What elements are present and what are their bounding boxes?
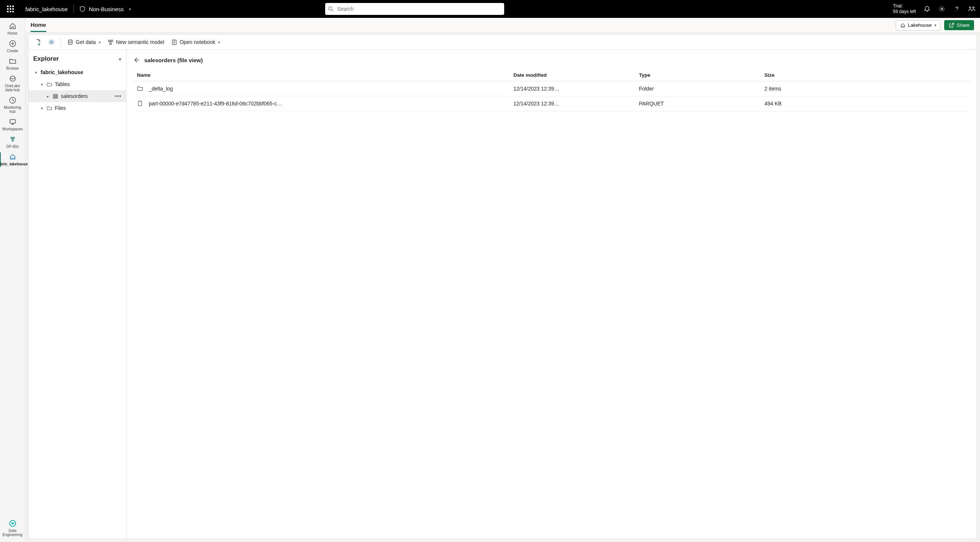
svg-point-14 [11,137,12,139]
svg-rect-20 [108,40,110,41]
open-notebook-label: Open notebook [180,39,216,45]
col-name-header[interactable]: Name [133,69,510,81]
search-container [325,3,504,15]
rail-browse[interactable]: Browse [2,55,24,73]
rail-label: DP-60x [6,144,19,149]
app-launcher-button[interactable] [5,3,16,15]
svg-point-9 [10,76,15,81]
file-date: 12/14/2023 12:39… [510,81,635,97]
tree-files[interactable]: ▾ Files [29,102,126,114]
trial-status: Trial: 59 days left [893,3,916,14]
lakehouse-icon [9,153,16,160]
rail-monitoring[interactable]: Monitoring hub [2,94,24,116]
tree-tables[interactable]: ▾ Tables [29,78,126,90]
new-semantic-model-label: New semantic model [116,39,164,45]
svg-line-1 [331,10,333,11]
rail-label: Browse [6,66,19,70]
notifications-icon[interactable] [923,5,931,13]
content-split: Explorer « ▾ fabric_lakehouse ▾ [28,50,977,539]
rail-onelake[interactable]: OneLake data hub [2,73,24,94]
settings-icon[interactable] [938,5,946,13]
collapse-panel-icon[interactable]: « [119,56,122,62]
notebook-icon [171,39,178,46]
chevron-down-icon: ▾ [218,40,220,44]
file-date: 12/14/2023 12:39… [510,96,635,111]
lakehouse-small-icon [900,22,906,28]
file-size: 2 items [761,81,970,97]
database-icon [67,39,73,46]
body: Home Create Browse OneLake data hub Moni… [0,18,980,542]
new-item-button[interactable] [32,37,44,47]
settings-toolbar-button[interactable] [46,37,57,47]
tree-table-label: salesorders [61,93,88,99]
rail-label: Home [8,31,18,35]
svg-point-15 [13,137,14,139]
lakehouse-mode-button[interactable]: Lakehouse ▾ [896,20,941,30]
file-type: PARQUET [635,96,761,111]
svg-point-0 [329,7,332,10]
breadcrumb-item[interactable]: fabric_lakehouse [25,6,67,12]
tree-files-label: Files [55,105,66,111]
rail-create[interactable]: Create [2,38,24,55]
explorer-panel: Explorer « ▾ fabric_lakehouse ▾ [29,50,126,539]
feedback-icon[interactable] [968,5,975,13]
share-button[interactable]: Share [944,20,974,30]
file-table-header-row: Name Date modified Type Size [133,69,970,81]
folder-icon [47,105,52,111]
share-label: Share [956,22,970,28]
tab-home[interactable]: Home [30,18,46,32]
rail-fabric-lakehouse[interactable]: fabric_lakehouse [2,151,24,168]
rail-label: Data Engineering [2,529,24,537]
col-date-header[interactable]: Date modified [510,69,635,81]
lakehouse-mode-label: Lakehouse [908,22,932,28]
rail-label: OneLake data hub [2,84,24,92]
tree-root-label: fabric_lakehouse [41,69,83,75]
folder-icon [47,82,52,87]
rail-label: Workspaces [2,127,23,131]
new-semantic-model-button[interactable]: New semantic model [105,38,167,47]
rail-home[interactable]: Home [2,20,24,38]
file-row[interactable]: _delta_log 12/14/2023 12:39… Folder 2 it… [133,81,970,97]
chevron-down-icon: ▾ [33,70,38,74]
file-type: Folder [635,81,761,97]
file-name: _delta_log [149,86,173,92]
back-button[interactable] [133,57,140,63]
search-input[interactable] [325,3,504,15]
more-options-icon[interactable]: ••• [115,93,123,99]
get-data-button[interactable]: Get data ▾ [65,38,103,47]
file-row[interactable]: part-00000-e7d47785-e211-43f9-816d-06c70… [133,96,970,111]
rail-label: fabric_lakehouse [0,162,28,166]
gear-icon [48,39,55,46]
tree-table-salesorders[interactable]: ▸ salesorders ••• [29,90,126,102]
header-right: Trial: 59 days left [893,3,975,14]
explorer-tree: ▾ fabric_lakehouse ▾ Tables [29,66,126,114]
col-size-header[interactable]: Size [761,69,970,81]
svg-point-16 [12,140,13,141]
open-notebook-button[interactable]: Open notebook ▾ [169,38,223,47]
table-icon [52,94,59,99]
file-view-title: salesorders (file view) [144,57,203,63]
share-icon [949,22,954,28]
file-table: Name Date modified Type Size [133,69,970,111]
sensitivity-label[interactable]: Non-Business [89,6,123,12]
explorer-header: Explorer « [29,53,126,66]
semantic-model-icon [107,39,114,46]
toolbar-divider [61,38,61,46]
file-size: 494 KB [761,96,970,111]
trial-label: Trial: [893,3,916,9]
tree-tables-label: Tables [55,81,70,87]
monitoring-icon [9,97,16,104]
get-data-label: Get data [76,39,96,45]
help-icon[interactable] [953,5,961,13]
tree-root[interactable]: ▾ fabric_lakehouse [29,66,126,78]
svg-rect-21 [111,40,113,41]
chevron-down-icon: ▾ [39,82,45,86]
rail-persona[interactable]: Data Engineering [2,517,24,539]
col-type-header[interactable]: Type [635,69,761,81]
rail-dp60x[interactable]: DP-60x [2,133,24,151]
new-file-icon [35,39,41,46]
file-icon [137,100,143,106]
plus-circle-icon [9,40,16,47]
toolbar: Get data ▾ New semantic model Open noteb… [28,34,977,50]
rail-workspaces[interactable]: Workspaces [2,116,24,133]
